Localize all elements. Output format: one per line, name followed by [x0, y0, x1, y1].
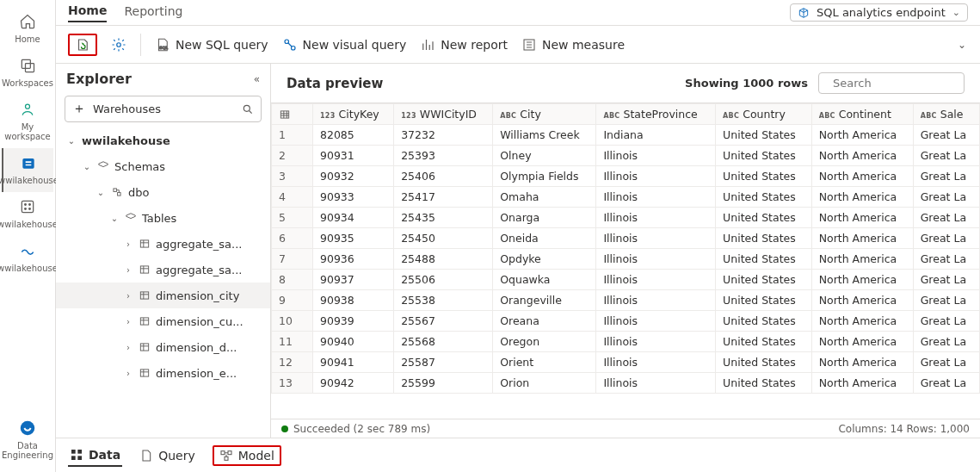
- cell[interactable]: North America: [811, 187, 913, 208]
- cell[interactable]: North America: [811, 146, 913, 166]
- tab-query[interactable]: Query: [138, 445, 197, 466]
- tree-lakehouse[interactable]: ⌄ wwilakehouse: [56, 127, 270, 153]
- cell[interactable]: 25450: [394, 228, 493, 249]
- cell[interactable]: Great La: [913, 373, 979, 394]
- cell[interactable]: Illinois: [596, 166, 716, 187]
- table-row[interactable]: 39093225406Olympia FieldsIllinoisUnited …: [272, 166, 980, 187]
- cell[interactable]: Illinois: [596, 311, 716, 332]
- search-icon[interactable]: [242, 103, 254, 115]
- endpoint-dropdown[interactable]: SQL analytics endpoint ⌄: [790, 3, 968, 22]
- table-row[interactable]: 79093625488OpdykeIllinoisUnited StatesNo…: [272, 249, 980, 270]
- collapse-explorer-icon[interactable]: «: [254, 73, 260, 85]
- tab-reporting[interactable]: Reporting: [124, 4, 182, 22]
- cell[interactable]: Great La: [913, 249, 979, 270]
- table-row[interactable]: 119094025568OregonIllinoisUnited StatesN…: [272, 332, 980, 352]
- table-row[interactable]: 109093925567OreanaIllinoisUnited StatesN…: [272, 311, 980, 332]
- cell[interactable]: Great La: [913, 352, 979, 373]
- cell[interactable]: Illinois: [596, 208, 716, 228]
- cell[interactable]: Omaha: [493, 187, 596, 208]
- cell[interactable]: Williams Creek: [493, 125, 596, 146]
- cell[interactable]: 90942: [313, 373, 394, 394]
- cell[interactable]: Great La: [913, 228, 979, 249]
- cell[interactable]: United States: [716, 249, 812, 270]
- cell[interactable]: United States: [716, 373, 812, 394]
- cell[interactable]: Great La: [913, 332, 979, 352]
- cell[interactable]: Indiana: [596, 125, 716, 146]
- cell[interactable]: United States: [716, 352, 812, 373]
- cell[interactable]: North America: [811, 332, 913, 352]
- cell[interactable]: 25599: [394, 373, 493, 394]
- new-measure-button[interactable]: New measure: [521, 37, 625, 53]
- row-number-header[interactable]: [272, 104, 313, 125]
- cell[interactable]: United States: [716, 311, 812, 332]
- cell[interactable]: 25393: [394, 146, 493, 166]
- cell[interactable]: 25435: [394, 208, 493, 228]
- cell[interactable]: Orient: [493, 352, 596, 373]
- tree-schemas[interactable]: ⌄ Schemas: [56, 153, 270, 179]
- new-sql-query-button[interactable]: SQL New SQL query: [155, 37, 268, 53]
- rail-workspaces[interactable]: Workspaces: [2, 51, 53, 95]
- cell[interactable]: 37232: [394, 125, 493, 146]
- cell[interactable]: United States: [716, 208, 812, 228]
- cell[interactable]: United States: [716, 270, 812, 290]
- cell[interactable]: 90931: [313, 146, 394, 166]
- cell[interactable]: Great La: [913, 146, 979, 166]
- cell[interactable]: United States: [716, 332, 812, 352]
- table-row[interactable]: 89093725506OquawkaIllinoisUnited StatesN…: [272, 270, 980, 290]
- cell[interactable]: Onarga: [493, 208, 596, 228]
- tree-table-item[interactable]: › dimension_city: [56, 283, 270, 308]
- cell[interactable]: Oneida: [493, 228, 596, 249]
- cell[interactable]: 25488: [394, 249, 493, 270]
- cell[interactable]: Olympia Fields: [493, 166, 596, 187]
- cell[interactable]: 25587: [394, 352, 493, 373]
- cell[interactable]: 25568: [394, 332, 493, 352]
- cell[interactable]: 90936: [313, 249, 394, 270]
- tree-tables[interactable]: ⌄ Tables: [56, 205, 270, 231]
- column-header[interactable]: 123CityKey: [313, 104, 394, 125]
- cell[interactable]: North America: [811, 352, 913, 373]
- cell[interactable]: United States: [716, 228, 812, 249]
- cell[interactable]: Great La: [913, 166, 979, 187]
- cell[interactable]: Great La: [913, 125, 979, 146]
- cell[interactable]: North America: [811, 311, 913, 332]
- cell[interactable]: United States: [716, 290, 812, 311]
- cell[interactable]: Illinois: [596, 332, 716, 352]
- cell[interactable]: Oquawka: [493, 270, 596, 290]
- cell[interactable]: Illinois: [596, 352, 716, 373]
- cell[interactable]: 90935: [313, 228, 394, 249]
- table-row[interactable]: 139094225599OrionIllinoisUnited StatesNo…: [272, 373, 980, 394]
- cell[interactable]: Illinois: [596, 290, 716, 311]
- cell[interactable]: Great La: [913, 208, 979, 228]
- cell[interactable]: Illinois: [596, 187, 716, 208]
- tree-table-item[interactable]: › dimension_d...: [56, 334, 270, 360]
- cell[interactable]: North America: [811, 290, 913, 311]
- tree-table-item[interactable]: › dimension_e...: [56, 360, 270, 386]
- tree-dbo[interactable]: ⌄ dbo: [56, 179, 270, 205]
- cell[interactable]: North America: [811, 228, 913, 249]
- column-header[interactable]: ABCCountry: [716, 104, 812, 125]
- cell[interactable]: 90932: [313, 166, 394, 187]
- cell[interactable]: 90934: [313, 208, 394, 228]
- cell[interactable]: Illinois: [596, 228, 716, 249]
- cell[interactable]: Great La: [913, 270, 979, 290]
- cell[interactable]: 25417: [394, 187, 493, 208]
- table-row[interactable]: 59093425435OnargaIllinoisUnited StatesNo…: [272, 208, 980, 228]
- rail-lakehouse-1[interactable]: wwilakehouse: [2, 148, 53, 192]
- cell[interactable]: North America: [811, 373, 913, 394]
- cell[interactable]: North America: [811, 166, 913, 187]
- tree-table-item[interactable]: › aggregate_sa...: [56, 257, 270, 283]
- cell[interactable]: Oregon: [493, 332, 596, 352]
- cell[interactable]: United States: [716, 146, 812, 166]
- cell[interactable]: United States: [716, 187, 812, 208]
- cell[interactable]: United States: [716, 125, 812, 146]
- cell[interactable]: North America: [811, 270, 913, 290]
- table-row[interactable]: 69093525450OneidaIllinoisUnited StatesNo…: [272, 228, 980, 249]
- grid-wrapper[interactable]: 123CityKey123WWICityIDABCCityABCStatePro…: [271, 102, 980, 419]
- cell[interactable]: Olney: [493, 146, 596, 166]
- cell[interactable]: 25506: [394, 270, 493, 290]
- cell[interactable]: 25406: [394, 166, 493, 187]
- table-row[interactable]: 99093825538OrangevilleIllinoisUnited Sta…: [272, 290, 980, 311]
- rail-lakehouse-2[interactable]: wwilakehouse: [2, 192, 53, 236]
- gear-icon[interactable]: [111, 37, 126, 53]
- column-header[interactable]: ABCContinent: [811, 104, 913, 125]
